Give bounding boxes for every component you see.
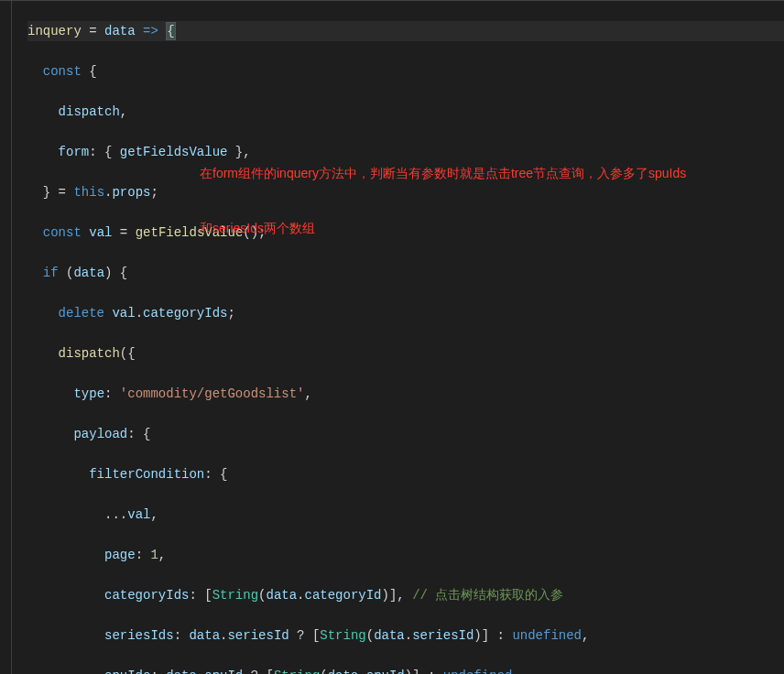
code-line: type: 'commodity/getGoodslist', [27, 384, 784, 404]
code-editor[interactable]: inquery = data => { const { dispatch, fo… [0, 0, 784, 674]
code-line: spuIds: data.spuId ? [String(data.spuId)… [27, 666, 784, 674]
code-line: page: 1, [27, 545, 784, 565]
fold-gutter [0, 1, 24, 674]
code-line: ...val, [27, 505, 784, 525]
code-line: if (data) { [27, 263, 784, 283]
code-line: filterCondition: { [27, 464, 784, 484]
annotation-line1: 在form组件的inquery方法中，判断当有参数时就是点击tree节点查询，入… [200, 164, 686, 182]
code-line: dispatch({ [27, 343, 784, 364]
code-line: seriesIds: data.seriesId ? [String(data.… [27, 625, 784, 646]
code-line: const { [27, 61, 784, 82]
code-line: } = this.props; [27, 182, 784, 202]
code-line: delete val.categoryIds; [27, 303, 784, 323]
code-line: payload: { [27, 424, 784, 444]
code-area[interactable]: inquery = data => { const { dispatch, fo… [24, 1, 784, 674]
code-line: inquery = data => { [27, 21, 784, 41]
code-line: form: { getFieldsValue }, [27, 142, 784, 162]
code-line: dispatch, [27, 102, 784, 122]
code-line: categoryIds: [String(data.categoryId)], … [27, 585, 784, 605]
code-line: const val = getFieldsValue(); [27, 223, 784, 243]
